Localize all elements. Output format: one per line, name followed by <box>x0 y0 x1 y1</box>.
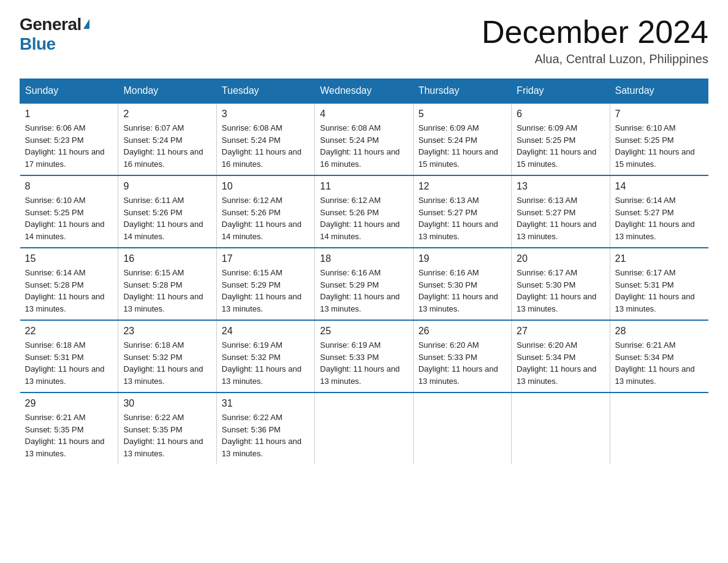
day-number: 22 <box>25 326 113 337</box>
day-info: Sunrise: 6:18 AMSunset: 5:32 PMDaylight:… <box>123 339 211 387</box>
day-number: 20 <box>517 253 604 264</box>
day-info: Sunrise: 6:17 AMSunset: 5:30 PMDaylight:… <box>517 267 604 315</box>
month-title: December 2024 <box>482 15 708 50</box>
day-info: Sunrise: 6:18 AMSunset: 5:31 PMDaylight:… <box>25 339 113 387</box>
week-row-2: 8Sunrise: 6:10 AMSunset: 5:25 PMDaylight… <box>20 175 708 248</box>
day-cell-16: 16Sunrise: 6:15 AMSunset: 5:28 PMDayligh… <box>118 248 216 320</box>
day-cell-25: 25Sunrise: 6:19 AMSunset: 5:33 PMDayligh… <box>315 320 413 393</box>
logo: General Blue <box>20 15 89 54</box>
week-row-1: 1Sunrise: 6:06 AMSunset: 5:23 PMDaylight… <box>20 103 708 175</box>
day-cell-7: 7Sunrise: 6:10 AMSunset: 5:25 PMDaylight… <box>610 103 708 175</box>
day-info: Sunrise: 6:14 AMSunset: 5:27 PMDaylight:… <box>615 194 703 242</box>
day-info: Sunrise: 6:21 AMSunset: 5:34 PMDaylight:… <box>615 339 703 387</box>
empty-cell <box>610 393 708 464</box>
logo-general: General <box>20 15 89 34</box>
day-info: Sunrise: 6:06 AMSunset: 5:23 PMDaylight:… <box>25 122 113 170</box>
day-info: Sunrise: 6:14 AMSunset: 5:28 PMDaylight:… <box>25 267 113 315</box>
day-info: Sunrise: 6:16 AMSunset: 5:30 PMDaylight:… <box>419 267 506 315</box>
day-info: Sunrise: 6:17 AMSunset: 5:31 PMDaylight:… <box>615 267 703 315</box>
location-title: Alua, Central Luzon, Philippines <box>482 52 708 66</box>
empty-cell <box>413 393 511 464</box>
day-cell-2: 2Sunrise: 6:07 AMSunset: 5:24 PMDaylight… <box>118 103 216 175</box>
day-cell-23: 23Sunrise: 6:18 AMSunset: 5:32 PMDayligh… <box>118 320 216 393</box>
day-number: 17 <box>222 253 309 264</box>
day-number: 8 <box>25 181 113 192</box>
day-number: 9 <box>123 181 211 192</box>
day-number: 12 <box>419 181 506 192</box>
day-cell-28: 28Sunrise: 6:21 AMSunset: 5:34 PMDayligh… <box>610 320 708 393</box>
day-cell-21: 21Sunrise: 6:17 AMSunset: 5:31 PMDayligh… <box>610 248 708 320</box>
day-number: 18 <box>320 253 408 264</box>
day-info: Sunrise: 6:22 AMSunset: 5:35 PMDaylight:… <box>123 412 211 459</box>
day-number: 24 <box>222 326 309 337</box>
day-info: Sunrise: 6:19 AMSunset: 5:33 PMDaylight:… <box>320 339 408 387</box>
day-number: 13 <box>517 181 604 192</box>
day-cell-18: 18Sunrise: 6:16 AMSunset: 5:29 PMDayligh… <box>315 248 413 320</box>
day-cell-26: 26Sunrise: 6:20 AMSunset: 5:33 PMDayligh… <box>413 320 511 393</box>
day-header-wednesday: Wednesday <box>315 79 413 104</box>
day-info: Sunrise: 6:13 AMSunset: 5:27 PMDaylight:… <box>517 194 604 242</box>
day-info: Sunrise: 6:19 AMSunset: 5:32 PMDaylight:… <box>222 339 309 387</box>
day-number: 10 <box>222 181 309 192</box>
day-cell-20: 20Sunrise: 6:17 AMSunset: 5:30 PMDayligh… <box>512 248 610 320</box>
day-number: 23 <box>123 326 211 337</box>
day-cell-9: 9Sunrise: 6:11 AMSunset: 5:26 PMDaylight… <box>118 175 216 248</box>
day-header-monday: Monday <box>118 79 216 104</box>
day-cell-31: 31Sunrise: 6:22 AMSunset: 5:36 PMDayligh… <box>216 393 314 464</box>
week-row-3: 15Sunrise: 6:14 AMSunset: 5:28 PMDayligh… <box>20 248 708 320</box>
day-number: 5 <box>419 109 506 120</box>
logo-text: General <box>20 15 89 34</box>
day-info: Sunrise: 6:08 AMSunset: 5:24 PMDaylight:… <box>222 122 309 170</box>
day-info: Sunrise: 6:07 AMSunset: 5:24 PMDaylight:… <box>123 122 211 170</box>
day-info: Sunrise: 6:13 AMSunset: 5:27 PMDaylight:… <box>419 194 506 242</box>
day-info: Sunrise: 6:15 AMSunset: 5:29 PMDaylight:… <box>222 267 309 315</box>
day-cell-22: 22Sunrise: 6:18 AMSunset: 5:31 PMDayligh… <box>20 320 118 393</box>
day-number: 3 <box>222 109 309 120</box>
calendar-body: 1Sunrise: 6:06 AMSunset: 5:23 PMDaylight… <box>20 103 708 464</box>
day-info: Sunrise: 6:12 AMSunset: 5:26 PMDaylight:… <box>222 194 309 242</box>
day-number: 21 <box>615 253 703 264</box>
header-row: SundayMondayTuesdayWednesdayThursdayFrid… <box>20 79 708 104</box>
day-number: 15 <box>25 253 113 264</box>
day-cell-17: 17Sunrise: 6:15 AMSunset: 5:29 PMDayligh… <box>216 248 314 320</box>
day-cell-1: 1Sunrise: 6:06 AMSunset: 5:23 PMDaylight… <box>20 103 118 175</box>
day-cell-5: 5Sunrise: 6:09 AMSunset: 5:24 PMDaylight… <box>413 103 511 175</box>
day-cell-6: 6Sunrise: 6:09 AMSunset: 5:25 PMDaylight… <box>512 103 610 175</box>
day-number: 30 <box>123 398 211 409</box>
day-cell-19: 19Sunrise: 6:16 AMSunset: 5:30 PMDayligh… <box>413 248 511 320</box>
logo-blue-row: Blue <box>20 34 56 54</box>
day-header-thursday: Thursday <box>413 79 511 104</box>
day-info: Sunrise: 6:20 AMSunset: 5:34 PMDaylight:… <box>517 339 604 387</box>
day-info: Sunrise: 6:09 AMSunset: 5:24 PMDaylight:… <box>419 122 506 170</box>
day-header-saturday: Saturday <box>610 79 708 104</box>
day-cell-3: 3Sunrise: 6:08 AMSunset: 5:24 PMDaylight… <box>216 103 314 175</box>
day-info: Sunrise: 6:12 AMSunset: 5:26 PMDaylight:… <box>320 194 408 242</box>
day-cell-8: 8Sunrise: 6:10 AMSunset: 5:25 PMDaylight… <box>20 175 118 248</box>
page-header: General Blue December 2024 Alua, Central… <box>20 15 708 66</box>
day-info: Sunrise: 6:15 AMSunset: 5:28 PMDaylight:… <box>123 267 211 315</box>
day-cell-27: 27Sunrise: 6:20 AMSunset: 5:34 PMDayligh… <box>512 320 610 393</box>
day-header-friday: Friday <box>512 79 610 104</box>
day-number: 4 <box>320 109 408 120</box>
empty-cell <box>315 393 413 464</box>
week-row-5: 29Sunrise: 6:21 AMSunset: 5:35 PMDayligh… <box>20 393 708 464</box>
day-info: Sunrise: 6:10 AMSunset: 5:25 PMDaylight:… <box>25 194 113 242</box>
day-info: Sunrise: 6:11 AMSunset: 5:26 PMDaylight:… <box>123 194 211 242</box>
day-number: 25 <box>320 326 408 337</box>
day-cell-30: 30Sunrise: 6:22 AMSunset: 5:35 PMDayligh… <box>118 393 216 464</box>
day-info: Sunrise: 6:08 AMSunset: 5:24 PMDaylight:… <box>320 122 408 170</box>
day-info: Sunrise: 6:20 AMSunset: 5:33 PMDaylight:… <box>419 339 506 387</box>
day-number: 11 <box>320 181 408 192</box>
day-number: 28 <box>615 326 703 337</box>
day-cell-10: 10Sunrise: 6:12 AMSunset: 5:26 PMDayligh… <box>216 175 314 248</box>
day-number: 7 <box>615 109 703 120</box>
day-cell-29: 29Sunrise: 6:21 AMSunset: 5:35 PMDayligh… <box>20 393 118 464</box>
day-info: Sunrise: 6:10 AMSunset: 5:25 PMDaylight:… <box>615 122 703 170</box>
day-cell-24: 24Sunrise: 6:19 AMSunset: 5:32 PMDayligh… <box>216 320 314 393</box>
day-number: 27 <box>517 326 604 337</box>
day-info: Sunrise: 6:16 AMSunset: 5:29 PMDaylight:… <box>320 267 408 315</box>
day-number: 26 <box>419 326 506 337</box>
day-cell-11: 11Sunrise: 6:12 AMSunset: 5:26 PMDayligh… <box>315 175 413 248</box>
title-section: December 2024 Alua, Central Luzon, Phili… <box>482 15 708 66</box>
day-info: Sunrise: 6:22 AMSunset: 5:36 PMDaylight:… <box>222 412 309 459</box>
